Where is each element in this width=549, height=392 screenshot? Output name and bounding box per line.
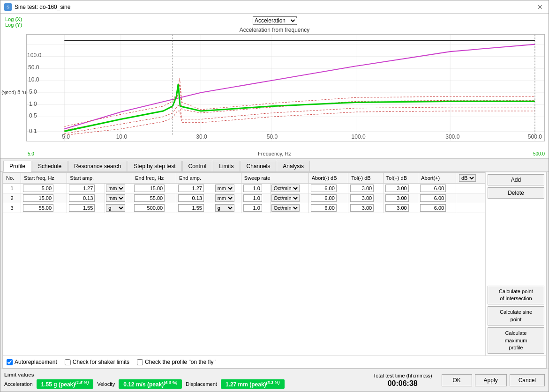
row3-sweep-unit-cell[interactable]: Oct/min (270, 203, 308, 213)
row1-tol-neg[interactable] (350, 185, 374, 192)
row2-tol-neg[interactable] (350, 194, 374, 202)
row1-end-amp[interactable] (178, 185, 204, 192)
row1-end-amp-cell[interactable] (176, 184, 214, 193)
acceleration-dropdown[interactable]: Acceleration Velocity Displacement (252, 16, 297, 25)
row2-start-unit-cell[interactable]: mmg (105, 193, 132, 203)
tab-control[interactable]: Control (182, 161, 213, 171)
tab-step-by-step[interactable]: Step by step test (128, 161, 181, 171)
row1-sweep-unit[interactable]: Oct/min (271, 185, 300, 192)
row2-abort-neg-cell[interactable] (308, 193, 348, 203)
row3-abort-neg[interactable] (311, 204, 337, 212)
row2-tol-neg-cell[interactable] (348, 193, 384, 203)
row3-abort-pos-cell[interactable] (418, 203, 456, 213)
row2-end-freq-cell[interactable] (132, 193, 176, 203)
row2-sweep-cell[interactable] (241, 193, 270, 203)
row3-end-unit-cell[interactable]: gmm (214, 203, 241, 213)
calc-intersection-button[interactable]: Calculate pointof intersection (488, 286, 544, 305)
tab-resonance-search[interactable]: Resonance search (68, 161, 127, 171)
row2-tol-pos[interactable] (385, 194, 409, 202)
tab-schedule[interactable]: Schedule (32, 161, 68, 171)
row3-end-amp-cell[interactable] (176, 203, 214, 213)
tab-profile[interactable]: Profile (3, 161, 31, 172)
row2-start-amp[interactable] (69, 194, 95, 202)
row1-end-unit[interactable]: mmg (215, 185, 234, 192)
shaker-limits-checkbox[interactable] (65, 359, 71, 365)
cancel-button[interactable]: Cancel (510, 374, 545, 386)
row2-abort-pos[interactable] (420, 194, 446, 202)
row1-tol-pos-cell[interactable] (383, 184, 418, 193)
row2-sweep-unit[interactable]: Oct/min (271, 194, 300, 202)
calc-sine-button[interactable]: Calculate sinepoint (488, 306, 544, 325)
row2-sweep-rate[interactable] (243, 194, 262, 202)
row3-start-unit[interactable]: gmm (106, 204, 125, 212)
row3-tol-pos-cell[interactable] (383, 203, 418, 213)
on-the-fly-label[interactable]: Check the profile "on the fly" (137, 359, 216, 365)
ok-button[interactable]: OK (442, 374, 472, 386)
col-db-unit[interactable]: dB (456, 173, 485, 184)
row1-tol-pos[interactable] (385, 185, 409, 192)
row3-end-amp[interactable] (178, 204, 204, 212)
close-button[interactable]: ✕ (535, 2, 545, 12)
log-x-toggle[interactable]: Log (X) (5, 16, 22, 22)
row1-sweep-unit-cell[interactable]: Oct/min (270, 184, 308, 193)
row3-end-freq[interactable] (134, 204, 165, 212)
row2-start-freq[interactable] (23, 194, 53, 202)
row1-start-freq-cell[interactable] (21, 184, 67, 193)
autoreplacement-checkbox[interactable] (7, 359, 13, 365)
row3-start-amp[interactable] (69, 204, 95, 212)
row1-end-unit-cell[interactable]: mmg (214, 184, 241, 193)
row1-end-freq[interactable] (134, 185, 165, 192)
shaker-limits-label[interactable]: Check for shaker limits (65, 359, 129, 365)
add-button[interactable]: Add (488, 174, 544, 185)
row3-tol-neg-cell[interactable] (348, 203, 384, 213)
row1-end-freq-cell[interactable] (132, 184, 176, 193)
log-y-toggle[interactable]: Log (Y) (5, 22, 22, 28)
row2-end-unit-cell[interactable]: mmg (214, 193, 241, 203)
apply-button[interactable]: Apply (475, 374, 507, 386)
row2-end-unit[interactable]: mmg (215, 194, 234, 202)
row2-end-amp[interactable] (178, 194, 204, 202)
row1-abort-neg[interactable] (311, 185, 337, 192)
row2-end-amp-cell[interactable] (176, 193, 214, 203)
row2-abort-pos-cell[interactable] (418, 193, 456, 203)
row3-start-amp-cell[interactable] (67, 203, 105, 213)
row1-abort-neg-cell[interactable] (308, 184, 348, 193)
row2-abort-neg[interactable] (311, 194, 337, 202)
row3-tol-pos[interactable] (385, 204, 409, 212)
on-the-fly-checkbox[interactable] (137, 359, 143, 365)
row2-start-unit[interactable]: mmg (106, 194, 125, 202)
tab-analysis[interactable]: Analysis (277, 161, 310, 171)
row3-start-freq-cell[interactable] (21, 203, 67, 213)
delete-button[interactable]: Delete (488, 187, 544, 199)
autoreplacement-label[interactable]: Autoreplacement (7, 359, 57, 365)
row3-start-freq[interactable] (23, 204, 53, 212)
row1-sweep-rate[interactable] (243, 185, 262, 192)
row3-start-unit-cell[interactable]: gmm (105, 203, 132, 213)
tab-limits[interactable]: Limits (213, 161, 240, 171)
row3-sweep-unit[interactable]: Oct/min (271, 204, 300, 212)
row2-tol-pos-cell[interactable] (383, 193, 418, 203)
row1-start-freq[interactable] (23, 185, 53, 192)
calc-max-button[interactable]: Calculatemaximumprofile (488, 327, 544, 354)
row3-abort-neg-cell[interactable] (308, 203, 348, 213)
row1-start-unit-cell[interactable]: mmg (105, 184, 132, 193)
row2-start-amp-cell[interactable] (67, 193, 105, 203)
row1-sweep-cell[interactable] (241, 184, 270, 193)
row3-sweep-rate[interactable] (243, 204, 262, 212)
row1-abort-pos[interactable] (420, 185, 446, 192)
row1-start-amp[interactable] (69, 185, 95, 192)
row2-end-freq[interactable] (134, 194, 165, 202)
chart-dropdown-container[interactable]: Acceleration Velocity Displacement (252, 16, 297, 25)
row3-sweep-cell[interactable] (241, 203, 270, 213)
row3-end-freq-cell[interactable] (132, 203, 176, 213)
row1-start-amp-cell[interactable] (67, 184, 105, 193)
row3-abort-pos[interactable] (420, 204, 446, 212)
row1-tol-neg-cell[interactable] (348, 184, 384, 193)
row1-abort-pos-cell[interactable] (418, 184, 456, 193)
row3-tol-neg[interactable] (350, 204, 374, 212)
tab-channels[interactable]: Channels (241, 161, 277, 171)
row2-sweep-unit-cell[interactable]: Oct/min (270, 193, 308, 203)
row3-end-unit[interactable]: gmm (215, 204, 234, 212)
row1-start-unit[interactable]: mmg (106, 185, 125, 192)
row2-start-freq-cell[interactable] (21, 193, 67, 203)
